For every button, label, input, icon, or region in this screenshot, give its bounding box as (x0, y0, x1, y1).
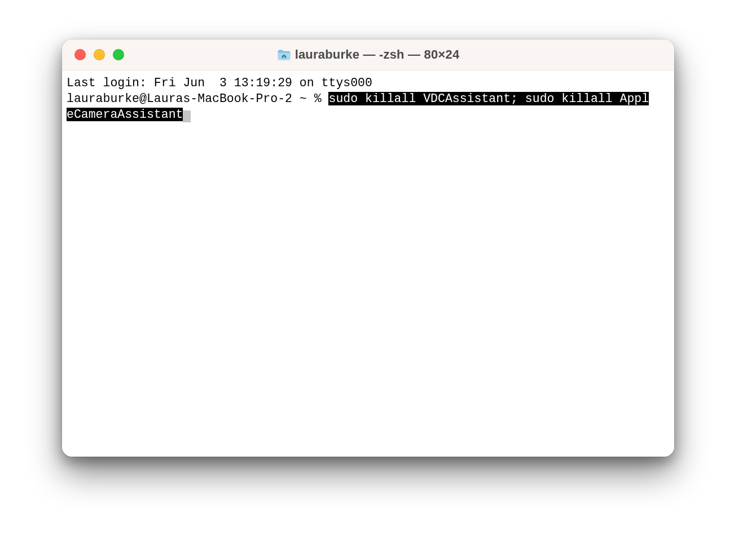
home-folder-icon (277, 49, 291, 60)
window-title-text: lauraburke — -zsh — 80×24 (295, 47, 460, 62)
command-text-line1: sudo killall VDCAssistant; sudo killall … (328, 92, 649, 105)
minimize-icon[interactable] (94, 49, 105, 60)
terminal-cursor (183, 110, 190, 123)
terminal-output[interactable]: Last login: Fri Jun 3 13:19:29 on ttys00… (67, 75, 670, 122)
last-login-line: Last login: Fri Jun 3 13:19:29 on ttys00… (67, 76, 372, 90)
zoom-icon[interactable] (113, 49, 124, 60)
terminal-window[interactable]: lauraburke — -zsh — 80×24 Last login: Fr… (62, 39, 674, 457)
window-titlebar[interactable]: lauraburke — -zsh — 80×24 (62, 39, 674, 70)
window-title: lauraburke — -zsh — 80×24 (62, 47, 674, 62)
terminal-body[interactable]: Last login: Fri Jun 3 13:19:29 on ttys00… (62, 70, 674, 457)
shell-prompt: lauraburke@Lauras-MacBook-Pro-2 ~ % (67, 92, 328, 105)
command-text-line2: eCameraAssistant (67, 108, 183, 121)
traffic-lights (62, 49, 124, 60)
close-icon[interactable] (74, 49, 86, 60)
